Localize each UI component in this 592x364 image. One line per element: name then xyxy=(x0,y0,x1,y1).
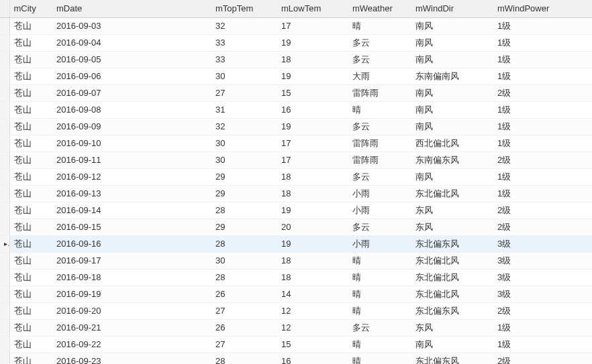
row-selector-cell[interactable] xyxy=(0,101,9,118)
row-selector-cell[interactable] xyxy=(0,252,9,269)
row-selector-cell[interactable] xyxy=(0,168,9,185)
cell-windpow[interactable]: 1级 xyxy=(493,17,592,34)
cell-winddir[interactable]: 东北偏北风 xyxy=(411,269,493,286)
cell-weather[interactable]: 晴 xyxy=(348,286,411,302)
cell-city[interactable]: 苍山 xyxy=(9,51,52,68)
cell-date[interactable]: 2016-09-19 xyxy=(52,286,211,302)
cell-windpow[interactable]: 2级 xyxy=(493,151,592,168)
cell-city[interactable]: 苍山 xyxy=(9,151,52,168)
cell-city[interactable]: 苍山 xyxy=(9,219,52,235)
cell-weather[interactable]: 晴 xyxy=(348,302,411,319)
cell-city[interactable]: 苍山 xyxy=(9,68,52,84)
cell-windpow[interactable]: 1级 xyxy=(493,336,592,353)
cell-weather[interactable]: 晴 xyxy=(348,269,411,286)
column-header-lowtem[interactable]: mLowTem xyxy=(277,0,348,17)
column-header-winddir[interactable]: mWindDir xyxy=(411,0,493,17)
cell-lowtem[interactable]: 14 xyxy=(277,286,348,302)
table-row[interactable]: 苍山2016-09-043319多云南风1级 xyxy=(0,34,592,51)
row-selector-cell[interactable] xyxy=(0,319,9,336)
cell-weather[interactable]: 多云 xyxy=(348,118,411,135)
cell-lowtem[interactable]: 18 xyxy=(277,252,348,269)
cell-lowtem[interactable]: 18 xyxy=(277,51,348,68)
cell-windpow[interactable]: 2级 xyxy=(493,202,592,219)
cell-toptem[interactable]: 28 xyxy=(211,202,277,219)
cell-lowtem[interactable]: 17 xyxy=(277,17,348,34)
cell-lowtem[interactable]: 19 xyxy=(277,235,348,252)
cell-date[interactable]: 2016-09-21 xyxy=(52,319,211,336)
cell-date[interactable]: 2016-09-09 xyxy=(52,118,211,135)
column-header-city[interactable]: mCity xyxy=(9,0,52,17)
cell-winddir[interactable]: 东北偏北风 xyxy=(411,252,493,269)
row-selector-cell[interactable] xyxy=(0,68,9,84)
cell-lowtem[interactable]: 15 xyxy=(277,336,348,353)
cell-date[interactable]: 2016-09-23 xyxy=(52,353,211,364)
cell-winddir[interactable]: 南风 xyxy=(411,17,493,34)
cell-winddir[interactable]: 南风 xyxy=(411,336,493,353)
cell-winddir[interactable]: 东风 xyxy=(411,319,493,336)
row-selector-cell[interactable] xyxy=(0,302,9,319)
column-header-toptem[interactable]: mTopTem xyxy=(211,0,277,17)
cell-date[interactable]: 2016-09-14 xyxy=(52,202,211,219)
cell-winddir[interactable]: 东风 xyxy=(411,219,493,235)
cell-city[interactable]: 苍山 xyxy=(9,34,52,51)
cell-weather[interactable]: 多云 xyxy=(348,319,411,336)
cell-city[interactable]: 苍山 xyxy=(9,319,52,336)
cell-weather[interactable]: 小雨 xyxy=(348,202,411,219)
cell-winddir[interactable]: 东北偏东风 xyxy=(411,353,493,364)
row-selector-cell[interactable] xyxy=(0,353,9,364)
cell-city[interactable]: 苍山 xyxy=(9,269,52,286)
table-row[interactable]: 苍山2016-09-202712晴东北偏东风2级 xyxy=(0,302,592,319)
cell-windpow[interactable]: 1级 xyxy=(493,185,592,202)
cell-windpow[interactable]: 2级 xyxy=(493,353,592,364)
row-selector-cell[interactable] xyxy=(0,336,9,353)
cell-date[interactable]: 2016-09-06 xyxy=(52,68,211,84)
cell-winddir[interactable]: 西北偏北风 xyxy=(411,135,493,151)
cell-winddir[interactable]: 东南偏东风 xyxy=(411,151,493,168)
row-selector-cell[interactable] xyxy=(0,84,9,101)
table-row[interactable]: 苍山2016-09-122918多云南风1级 xyxy=(0,168,592,185)
cell-winddir[interactable]: 东北偏北风 xyxy=(411,185,493,202)
cell-winddir[interactable]: 南风 xyxy=(411,51,493,68)
cell-toptem[interactable]: 28 xyxy=(211,353,277,364)
cell-weather[interactable]: 大雨 xyxy=(348,68,411,84)
cell-toptem[interactable]: 26 xyxy=(211,319,277,336)
cell-winddir[interactable]: 东北偏东风 xyxy=(411,302,493,319)
cell-toptem[interactable]: 30 xyxy=(211,68,277,84)
table-row[interactable]: 苍山2016-09-072715雷阵雨南风2级 xyxy=(0,84,592,101)
cell-date[interactable]: 2016-09-07 xyxy=(52,84,211,101)
cell-toptem[interactable]: 27 xyxy=(211,84,277,101)
cell-weather[interactable]: 小雨 xyxy=(348,185,411,202)
table-row[interactable]: 苍山2016-09-033217晴南风1级 xyxy=(0,17,592,34)
row-selector-cell[interactable] xyxy=(0,269,9,286)
cell-weather[interactable]: 晴 xyxy=(348,17,411,34)
cell-toptem[interactable]: 32 xyxy=(211,17,277,34)
cell-weather[interactable]: 多云 xyxy=(348,168,411,185)
table-row[interactable]: 苍山2016-09-152920多云东风2级 xyxy=(0,219,592,235)
cell-weather[interactable]: 雷阵雨 xyxy=(348,151,411,168)
table-row[interactable]: 苍山2016-09-113017雷阵雨东南偏东风2级 xyxy=(0,151,592,168)
table-row[interactable]: 苍山2016-09-103017雷阵雨西北偏北风1级 xyxy=(0,135,592,151)
cell-date[interactable]: 2016-09-17 xyxy=(52,252,211,269)
table-row[interactable]: 苍山2016-09-222715晴南风1级 xyxy=(0,336,592,353)
cell-date[interactable]: 2016-09-13 xyxy=(52,185,211,202)
cell-city[interactable]: 苍山 xyxy=(9,185,52,202)
cell-toptem[interactable]: 29 xyxy=(211,219,277,235)
cell-toptem[interactable]: 33 xyxy=(211,51,277,68)
cell-date[interactable]: 2016-09-11 xyxy=(52,151,211,168)
cell-winddir[interactable]: 东北偏东风 xyxy=(411,235,493,252)
row-selector-cell[interactable] xyxy=(0,219,9,235)
cell-windpow[interactable]: 3级 xyxy=(493,235,592,252)
cell-winddir[interactable]: 南风 xyxy=(411,34,493,51)
cell-lowtem[interactable]: 17 xyxy=(277,135,348,151)
cell-city[interactable]: 苍山 xyxy=(9,252,52,269)
cell-date[interactable]: 2016-09-12 xyxy=(52,168,211,185)
cell-date[interactable]: 2016-09-04 xyxy=(52,34,211,51)
cell-windpow[interactable]: 1级 xyxy=(493,101,592,118)
table-row[interactable]: 苍山2016-09-173018晴东北偏北风3级 xyxy=(0,252,592,269)
cell-weather[interactable]: 晴 xyxy=(348,252,411,269)
row-selector-cell[interactable] xyxy=(0,185,9,202)
cell-windpow[interactable]: 2级 xyxy=(493,219,592,235)
table-row[interactable]: 苍山2016-09-182818晴东北偏北风3级 xyxy=(0,269,592,286)
cell-windpow[interactable]: 1级 xyxy=(493,135,592,151)
cell-date[interactable]: 2016-09-20 xyxy=(52,302,211,319)
